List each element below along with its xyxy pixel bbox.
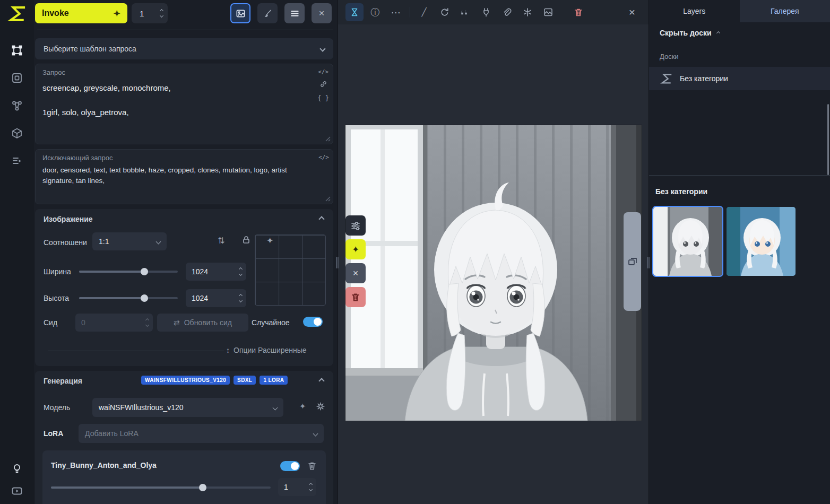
lora-weight-slider[interactable] — [51, 486, 271, 489]
brush-view-button[interactable] — [257, 3, 278, 23]
quote-prompt-icon[interactable] — [456, 3, 474, 21]
chevron-down-icon — [319, 46, 325, 51]
advanced-divider — [48, 351, 224, 351]
model-select[interactable]: waiNSFWIllustrious_v120 — [92, 398, 283, 417]
stepper-up-icon[interactable] — [160, 9, 163, 13]
height-input[interactable] — [186, 294, 239, 302]
width-slider[interactable] — [79, 271, 178, 273]
swap-dimensions-icon[interactable]: ⇅ — [218, 236, 224, 246]
hide-boards-toggle[interactable]: Скрыть доски — [660, 29, 720, 37]
gallery-thumbnail-selected[interactable] — [653, 207, 722, 276]
height-stepper[interactable] — [239, 294, 246, 302]
shuffle-icon: ⇄ — [174, 318, 180, 327]
code-icon[interactable]: </> — [318, 154, 329, 161]
code-icon[interactable]: </> — [318, 68, 328, 75]
stepper-arrows[interactable] — [160, 10, 163, 17]
board-item-uncategorized[interactable]: Без категории — [649, 67, 830, 90]
toolbar-divider — [410, 7, 410, 18]
lora-weight-input[interactable] — [278, 483, 309, 491]
panel-resize-handle[interactable] — [336, 257, 339, 268]
invoke-button[interactable]: Invoke ✦ — [35, 3, 127, 23]
close-canvas-icon[interactable]: × — [623, 3, 641, 21]
prompt-template-dropdown[interactable]: Выберите шаблон запроса — [35, 38, 333, 59]
queue-tab-icon[interactable] — [11, 155, 23, 167]
menu-button[interactable] — [284, 3, 305, 23]
lora-enabled-toggle[interactable] — [280, 461, 300, 471]
reset-rotate-icon[interactable] — [436, 3, 454, 21]
height-slider[interactable] — [79, 297, 178, 299]
invoke-logo[interactable] — [7, 4, 27, 24]
width-label: Ширина — [44, 267, 71, 276]
tab-layers[interactable]: Layers — [649, 0, 740, 22]
chevron-up-icon — [716, 31, 720, 34]
tab-gallery[interactable]: Галерея — [740, 0, 830, 22]
aspect-ratio-select[interactable]: 1:1 — [92, 232, 167, 250]
model-sparkle-icon[interactable]: ✦ — [299, 402, 306, 411]
refresh-seed-label: Обновить сид — [184, 318, 232, 327]
close-panel-button[interactable]: × — [312, 3, 332, 23]
accept-staging-sparkle-button[interactable]: ✦ — [345, 239, 366, 259]
more-options-icon[interactable]: ⋯ — [387, 3, 405, 21]
delete-staging-trash-button[interactable] — [345, 287, 366, 307]
gallery-thumbnail-color[interactable] — [727, 207, 796, 276]
discard-staging-button[interactable]: × — [345, 263, 366, 283]
resize-handle-icon[interactable] — [323, 134, 331, 142]
plug-icon[interactable] — [477, 3, 495, 21]
staging-hourglass-button[interactable] — [345, 3, 364, 21]
model-settings-gear-icon[interactable] — [315, 401, 326, 413]
width-input[interactable] — [186, 267, 239, 276]
resize-handle-icon[interactable] — [323, 194, 331, 202]
info-icon[interactable]: ⓘ — [366, 3, 384, 21]
collapse-icon[interactable] — [318, 378, 324, 384]
negative-prompt-box[interactable]: Исключающий запрос door, censored, text,… — [35, 149, 333, 204]
height-slider-thumb[interactable] — [141, 294, 148, 302]
paperclip-icon[interactable] — [498, 3, 516, 21]
height-slider-fill — [79, 297, 144, 299]
youtube-icon[interactable] — [11, 485, 23, 497]
lora-trash-icon[interactable] — [307, 460, 317, 473]
generated-image[interactable] — [345, 125, 642, 421]
height-label: Высота — [44, 294, 69, 302]
gallery-scrollbar[interactable] — [827, 104, 829, 175]
layer-settings-button[interactable] — [345, 215, 366, 236]
staging-area-handle[interactable] — [624, 212, 641, 311]
image-view-button[interactable] — [230, 3, 250, 23]
random-seed-toggle[interactable] — [303, 317, 323, 327]
negative-side-icons: </> — [318, 154, 329, 161]
image-section: Изображение Соотношени 1:1 ⇅ ✦ Ширина — [35, 209, 333, 366]
asterisk-icon[interactable] — [518, 3, 537, 21]
scroll-top-line — [37, 30, 333, 30]
braces-icon[interactable]: { } — [317, 94, 329, 102]
gallery-section-title: Без категории — [655, 187, 707, 196]
link-icon[interactable] — [319, 80, 327, 90]
panel-resize-handle[interactable] — [647, 257, 650, 268]
random-seed-label: Случайное — [252, 318, 289, 327]
delete-canvas-trash-icon[interactable] — [569, 3, 587, 21]
stepper-down-icon[interactable] — [160, 14, 163, 18]
width-stepper[interactable] — [239, 268, 246, 275]
width-slider-thumb[interactable] — [141, 268, 148, 275]
support-lightbulb-icon[interactable] — [11, 463, 23, 474]
seed-stepper[interactable] — [146, 319, 153, 326]
collapse-icon[interactable] — [318, 216, 324, 222]
queue-count-stepper[interactable]: 1 — [132, 3, 168, 23]
upscale-tab-icon[interactable] — [11, 72, 23, 84]
seed-input[interactable] — [75, 318, 146, 327]
prompt-box[interactable]: Запрос screencap, greyscale, monochrome,… — [35, 64, 333, 144]
lora-card: Tiny_Bunny_Anton_and_Olya — [42, 450, 326, 504]
new-canvas-icon[interactable] — [539, 3, 557, 21]
workflows-tab-icon[interactable] — [11, 100, 23, 111]
models-tab-icon[interactable] — [11, 127, 23, 139]
lora-name: Tiny_Bunny_Anton_and_Olya — [51, 461, 157, 470]
lora-weight-box — [278, 478, 316, 496]
lock-aspect-icon[interactable] — [241, 234, 252, 247]
refresh-seed-button[interactable]: ⇄ Обновить сид — [157, 314, 248, 332]
lora-select[interactable]: Добавить LoRA — [79, 424, 324, 443]
line-tool-icon[interactable]: ╱ — [415, 3, 433, 21]
prompt-text-line2: 1girl, solo, olya_petrova, — [42, 108, 314, 117]
lora-weight-stepper[interactable] — [309, 483, 316, 491]
canvas-toolbar: ⓘ ⋯ ╱ × — [338, 0, 649, 24]
lora-slider-thumb[interactable] — [199, 484, 206, 491]
canvas-tab-icon[interactable] — [11, 45, 23, 56]
advanced-options-toggle[interactable]: ↕ Опции Расширенные — [226, 346, 307, 354]
